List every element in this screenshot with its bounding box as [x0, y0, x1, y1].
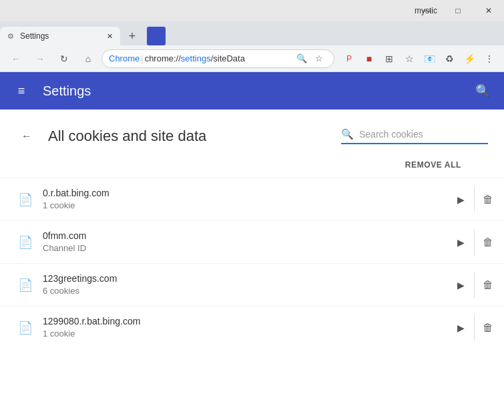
page-header: ← All cookies and site data 🔍 — [0, 110, 504, 152]
delete-cookie-button[interactable]: 🗑 — [477, 232, 499, 253]
remove-all-button[interactable]: REMOVE ALL — [400, 158, 467, 172]
tab-spacer — [147, 27, 166, 45]
tabbar: ⚙ Settings ✕ + — [0, 21, 504, 45]
cookie-description: 1 cookie — [43, 200, 450, 212]
tab-favicon: ⚙ — [5, 31, 16, 41]
window-title: mystic — [415, 6, 437, 15]
divider — [474, 272, 475, 298]
pocket-icon[interactable]: P — [340, 49, 358, 68]
divider — [474, 314, 475, 341]
page-title: All cookies and site data — [48, 128, 330, 145]
home-button[interactable]: ⌂ — [77, 48, 99, 69]
address-bar-icons: 🔍 ☆ — [294, 51, 327, 67]
table-row[interactable]: 📄 0.r.bat.bing.com 1 cookie ▶ 🗑 — [0, 178, 504, 220]
expand-icon[interactable]: ▶ — [450, 232, 471, 253]
cookie-info: 123greetings.com 6 cookies — [43, 272, 450, 298]
back-button[interactable]: ← — [5, 48, 27, 69]
toolbar-icon-1[interactable]: ■ — [360, 49, 379, 68]
file-icon: 📄 — [16, 321, 35, 335]
cookie-domain: 1299080.r.bat.bing.com — [43, 315, 450, 329]
toolbar-icon-6[interactable]: ⚡ — [460, 49, 479, 68]
divider — [474, 186, 475, 213]
search-cookies-icon: 🔍 — [341, 128, 354, 140]
toolbar-icons: P ■ ⊞ ☆ 📧 ♻ ⚡ ⋮ — [340, 49, 499, 68]
toolbar-menu-button[interactable]: ⋮ — [480, 49, 499, 68]
navbar: ← → ↻ ⌂ Chrome | chrome://settings/siteD… — [0, 45, 504, 72]
divider — [474, 229, 475, 256]
settings-header: ≡ Settings 🔍 — [0, 72, 504, 110]
address-search-icon[interactable]: 🔍 — [294, 51, 310, 67]
toolbar-icon-5[interactable]: ♻ — [440, 49, 459, 68]
maximize-button[interactable]: □ — [443, 0, 473, 21]
main-content: ← All cookies and site data 🔍 REMOVE ALL… — [0, 110, 504, 420]
toolbar-icon-4[interactable]: 📧 — [420, 49, 439, 68]
forward-button[interactable]: → — [29, 48, 51, 69]
address-star-icon[interactable]: ☆ — [311, 51, 327, 67]
table-row[interactable]: 📄 1299080.r.bat.bing.com 1 cookie ▶ 🗑 — [0, 306, 504, 349]
cookie-list: 📄 0.r.bat.bing.com 1 cookie ▶ 🗑 📄 0fmm.c… — [0, 178, 504, 349]
close-button[interactable]: ✕ — [473, 0, 504, 21]
cookie-description: Channel ID — [43, 242, 450, 254]
delete-cookie-button[interactable]: 🗑 — [477, 274, 499, 296]
search-cookies-input[interactable] — [359, 129, 488, 140]
cookie-description: 6 cookies — [43, 285, 450, 297]
file-icon: 📄 — [16, 235, 35, 250]
cookie-domain: 0fmm.com — [43, 230, 450, 243]
toolbar-icon-2[interactable]: ⊞ — [380, 49, 399, 68]
settings-header-title: Settings — [43, 83, 461, 99]
table-row[interactable]: 📄 0fmm.com Channel ID ▶ 🗑 — [0, 220, 504, 263]
delete-cookie-button[interactable]: 🗑 — [477, 189, 499, 210]
expand-icon[interactable]: ▶ — [450, 317, 471, 339]
reload-button[interactable]: ↻ — [53, 48, 75, 69]
tab-close-button[interactable]: ✕ — [104, 31, 115, 41]
remove-all-row: REMOVE ALL — [0, 152, 504, 178]
cookie-info: 0.r.bat.bing.com 1 cookie — [43, 187, 450, 212]
cookie-info: 1299080.r.bat.bing.com 1 cookie — [43, 315, 450, 341]
address-url: chrome://settings/siteData — [145, 53, 245, 63]
file-icon: 📄 — [16, 278, 35, 292]
toolbar-icon-3[interactable]: ☆ — [400, 49, 419, 68]
delete-cookie-button[interactable]: 🗑 — [477, 317, 499, 339]
settings-search-button[interactable]: 🔍 — [472, 80, 493, 101]
tab-label: Settings — [20, 31, 49, 41]
expand-icon[interactable]: ▶ — [450, 189, 471, 210]
titlebar: mystic — □ ✕ — [0, 0, 504, 21]
active-tab[interactable]: ⚙ Settings ✕ — [0, 27, 120, 45]
cookie-description: 1 cookie — [43, 328, 450, 340]
table-row[interactable]: 📄 123greetings.com 6 cookies ▶ 🗑 — [0, 263, 504, 306]
file-icon: 📄 — [16, 192, 35, 207]
cookie-domain: 123greetings.com — [43, 272, 450, 286]
page-back-button[interactable]: ← — [16, 126, 37, 147]
cookie-domain: 0.r.bat.bing.com — [43, 187, 450, 200]
new-tab-button[interactable]: + — [120, 27, 144, 45]
hamburger-menu-button[interactable]: ≡ — [11, 80, 32, 101]
expand-icon[interactable]: ▶ — [450, 274, 471, 296]
address-bar[interactable]: Chrome | chrome://settings/siteData 🔍 ☆ — [101, 49, 334, 68]
cookie-info: 0fmm.com Channel ID — [43, 230, 450, 255]
search-cookies-wrapper: 🔍 — [341, 128, 488, 144]
address-brand: Chrome — [109, 53, 140, 63]
